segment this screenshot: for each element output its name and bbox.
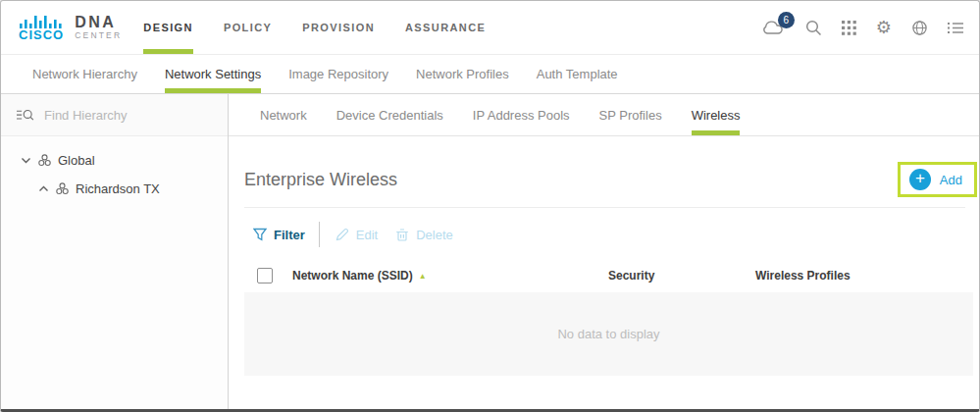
table-header-row: Network Name (SSID) ▲ Security Wireless … [229, 259, 979, 292]
select-all-checkbox[interactable] [257, 268, 273, 283]
settings-tabs: Network Device Credentials IP Address Po… [229, 94, 979, 136]
sites-icon [56, 182, 69, 195]
chevron-down-icon[interactable] [21, 157, 31, 164]
subnav-network-profiles[interactable]: Network Profiles [416, 55, 509, 93]
tree-node-richardson-tx[interactable]: Richardson TX [1, 175, 228, 203]
column-header-network-name[interactable]: Network Name (SSID) ▲ [292, 269, 608, 283]
sort-asc-icon: ▲ [419, 272, 427, 281]
notification-count-badge: 6 [778, 12, 795, 28]
find-hierarchy-input[interactable] [44, 108, 212, 123]
nav-assurance[interactable]: ASSURANCE [405, 1, 486, 54]
edit-button-label: Edit [356, 228, 378, 242]
plus-icon: + [909, 169, 931, 190]
cisco-logo-icon: CISCO [19, 15, 64, 41]
tab-wireless[interactable]: Wireless [692, 94, 741, 135]
delete-button[interactable]: Delete [395, 228, 453, 242]
add-button-label: Add [940, 173, 962, 187]
section-divider [244, 207, 965, 208]
subnav-network-settings[interactable]: Network Settings [165, 55, 261, 93]
tree-node-global[interactable]: Global [1, 146, 228, 175]
design-subnav: Network Hierarchy Network Settings Image… [1, 55, 979, 94]
table-toolbar: Filter Edit [229, 220, 979, 249]
delete-button-label: Delete [416, 228, 453, 242]
find-hierarchy-icon [17, 108, 34, 123]
tab-network[interactable]: Network [260, 94, 307, 135]
chevron-up-icon[interactable] [38, 185, 49, 192]
toolbar-divider [319, 222, 320, 247]
tree-node-label: Global [58, 153, 95, 168]
subnav-network-hierarchy[interactable]: Network Hierarchy [32, 55, 137, 93]
product-name: DNA CENTER [75, 15, 122, 40]
notifications-cloud-icon[interactable]: 6 [760, 19, 786, 36]
cisco-wordmark: CISCO [19, 29, 64, 41]
nav-policy[interactable]: POLICY [224, 1, 272, 54]
header-icon-bar: 6 ⚙ [760, 1, 963, 54]
gear-icon[interactable]: ⚙ [876, 20, 892, 35]
column-header-wireless-profiles[interactable]: Wireless Profiles [755, 269, 979, 283]
tab-ip-address-pools[interactable]: IP Address Pools [473, 94, 570, 135]
tab-device-credentials[interactable]: Device Credentials [336, 94, 443, 135]
filter-button-label: Filter [274, 228, 305, 242]
site-tree: Global Richardson TX [1, 136, 228, 203]
settings-main-panel: Network Device Credentials IP Address Po… [229, 94, 979, 409]
sites-icon [38, 154, 51, 167]
column-header-security[interactable]: Security [608, 269, 755, 283]
section-header: Enterprise Wireless + Add [229, 160, 979, 199]
subnav-auth-template[interactable]: Auth Template [537, 55, 618, 93]
page-title: Enterprise Wireless [244, 170, 397, 190]
edit-button[interactable]: Edit [335, 228, 378, 242]
hierarchy-search-bar [1, 94, 228, 136]
column-label: Network Name (SSID) [292, 269, 413, 283]
table-empty-state: No data to display [244, 292, 973, 376]
tree-node-label: Richardson TX [76, 181, 160, 196]
dna-center-window: CISCO DNA CENTER DESIGN POLICY PROVISION… [0, 0, 980, 412]
tab-sp-profiles[interactable]: SP Profiles [599, 94, 662, 135]
search-icon[interactable] [805, 20, 822, 36]
add-button-highlight: + Add [898, 162, 977, 197]
product-name-dna: DNA [75, 15, 122, 30]
trash-icon [395, 228, 409, 241]
nav-provision[interactable]: PROVISION [302, 1, 375, 54]
globe-icon[interactable] [911, 20, 928, 36]
primary-nav: DESIGN POLICY PROVISION ASSURANCE [143, 1, 486, 54]
product-name-center: CENTER [75, 30, 122, 40]
cisco-dna-center-logo: CISCO DNA CENTER [19, 1, 122, 54]
filter-funnel-icon [253, 228, 267, 241]
filter-button[interactable]: Filter [253, 228, 305, 242]
add-button[interactable]: + Add [901, 165, 974, 194]
top-header: CISCO DNA CENTER DESIGN POLICY PROVISION… [1, 1, 979, 55]
pencil-icon [335, 228, 349, 241]
nav-design[interactable]: DESIGN [143, 1, 193, 54]
empty-state-message: No data to display [557, 327, 659, 341]
app-grid-icon[interactable] [842, 21, 856, 35]
hierarchy-sidebar: Global Richardson TX [1, 94, 229, 409]
subnav-image-repository[interactable]: Image Repository [288, 55, 388, 93]
list-menu-icon[interactable] [948, 22, 963, 34]
